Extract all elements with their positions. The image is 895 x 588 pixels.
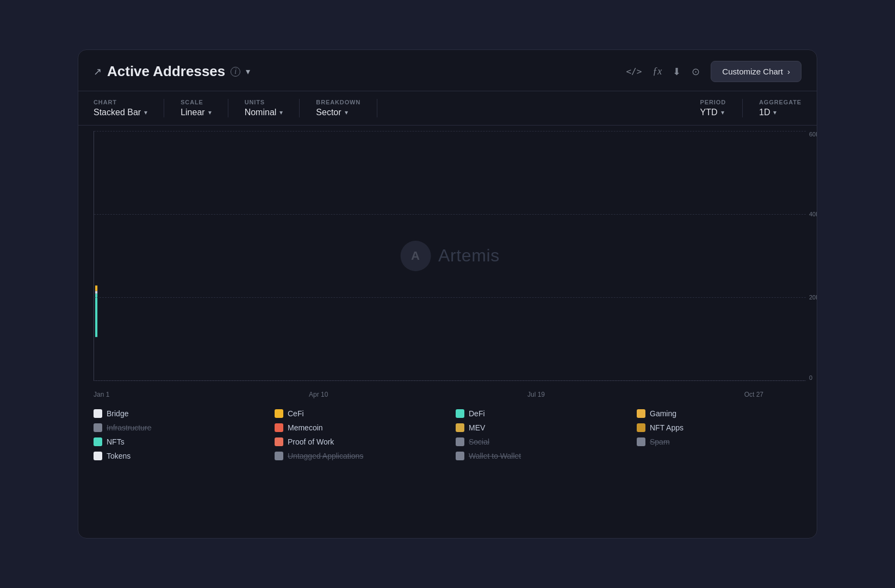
- aggregate-control: AGGREGATE 1D ▾: [759, 99, 801, 117]
- download-icon[interactable]: ⬇: [673, 66, 681, 78]
- legend-item: Spam: [637, 437, 801, 446]
- legend-swatch: [275, 452, 283, 460]
- legend-swatch: [456, 437, 464, 446]
- formula-icon[interactable]: ƒx: [652, 66, 662, 77]
- legend-label: NFT Apps: [650, 423, 683, 432]
- scale-label: SCALE: [181, 99, 211, 105]
- units-value[interactable]: Nominal ▾: [245, 108, 283, 117]
- legend-label: DeFi: [469, 409, 485, 418]
- aggregate-caret-icon: ▾: [773, 109, 776, 116]
- header-actions: </> ƒx ⬇ ⊙ Customize Chart ›: [626, 61, 801, 82]
- camera-icon[interactable]: ⊙: [692, 66, 700, 78]
- legend-label: CeFi: [288, 409, 304, 418]
- units-label: UNITS: [245, 99, 283, 105]
- customize-chart-button[interactable]: Customize Chart ›: [711, 61, 801, 82]
- scale-control: SCALE Linear ▾: [181, 99, 228, 117]
- x-label-jul: Jul 19: [527, 391, 545, 398]
- period-caret-icon: ▾: [721, 109, 724, 116]
- legend-swatch: [94, 437, 102, 446]
- legend-swatch: [637, 437, 645, 446]
- period-label: PERIOD: [700, 99, 726, 105]
- legend-item: NFT Apps: [637, 423, 801, 432]
- legend-item: CeFi: [275, 409, 439, 418]
- legend: BridgeCeFiDeFiGamingInfrastructureMemeco…: [78, 398, 817, 473]
- legend-swatch: [456, 452, 464, 460]
- legend-item: Bridge: [94, 409, 258, 418]
- legend-swatch: [275, 423, 283, 432]
- legend-swatch: [94, 423, 102, 432]
- legend-swatch: [94, 452, 102, 460]
- title-chevron-icon[interactable]: ▾: [246, 66, 250, 77]
- legend-label: Tokens: [107, 452, 130, 460]
- x-axis: Jan 1 Apr 10 Jul 19 Oct 27: [78, 386, 779, 398]
- aggregate-label: AGGREGATE: [759, 99, 801, 105]
- legend-item: DeFi: [456, 409, 620, 418]
- chart-card: ↗ Active Addresses i ▾ </> ƒx ⬇ ⊙ Custom…: [78, 49, 817, 539]
- code-icon[interactable]: </>: [626, 66, 642, 77]
- legend-swatch: [275, 409, 283, 418]
- legend-swatch: [456, 423, 464, 432]
- units-control: UNITS Nominal ▾: [245, 99, 300, 117]
- legend-label: MEV: [469, 423, 485, 432]
- legend-label: Social: [469, 437, 489, 446]
- y-label-40k: 40K: [806, 211, 817, 217]
- aggregate-value[interactable]: 1D ▾: [759, 108, 801, 117]
- legend-item: Social: [456, 437, 620, 446]
- legend-swatch: [94, 409, 102, 418]
- chart-area: A Artemis 60K 40K 20K 0: [94, 131, 806, 381]
- legend-label: Wallet to Wallet: [469, 452, 521, 460]
- chart-container: A Artemis: [94, 131, 806, 381]
- breakdown-label: BREAKDOWN: [316, 99, 361, 105]
- units-caret-icon: ▾: [279, 109, 283, 116]
- y-label-20k: 20K: [806, 294, 817, 301]
- y-label-0: 0: [806, 374, 812, 381]
- x-label-jan: Jan 1: [94, 391, 109, 398]
- period-value[interactable]: YTD ▾: [700, 108, 726, 117]
- chart-label: CHART: [94, 99, 147, 105]
- legend-item: Gaming: [637, 409, 801, 418]
- legend-item: Wallet to Wallet: [456, 452, 620, 460]
- legend-item: Proof of Work: [275, 437, 439, 446]
- legend-label: Infrastructure: [107, 423, 151, 432]
- page-title: Active Addresses: [107, 63, 225, 80]
- controls-bar: CHART Stacked Bar ▾ SCALE Linear ▾ UNITS…: [78, 91, 817, 126]
- chart-control: CHART Stacked Bar ▾: [94, 99, 164, 117]
- x-label-apr: Apr 10: [309, 391, 328, 398]
- scale-value[interactable]: Linear ▾: [181, 108, 211, 117]
- legend-label: NFTs: [107, 437, 125, 446]
- breakdown-control: BREAKDOWN Sector ▾: [316, 99, 377, 117]
- grid-line-0: [94, 380, 806, 381]
- legend-item: Tokens: [94, 452, 258, 460]
- y-label-60k: 60K: [806, 131, 817, 137]
- header: ↗ Active Addresses i ▾ </> ƒx ⬇ ⊙ Custom…: [78, 50, 817, 91]
- legend-swatch: [275, 437, 283, 446]
- chart-type-icon: ↗: [94, 66, 102, 78]
- legend-item: Infrastructure: [94, 423, 258, 432]
- legend-label: Gaming: [650, 409, 676, 418]
- legend-item: Untagged Applications: [275, 452, 439, 460]
- chart-caret-icon: ▾: [144, 109, 147, 116]
- breakdown-caret-icon: ▾: [345, 109, 348, 116]
- x-label-oct: Oct 27: [744, 391, 763, 398]
- scale-caret-icon: ▾: [208, 109, 212, 116]
- legend-item: Memecoin: [275, 423, 439, 432]
- legend-item: MEV: [456, 423, 620, 432]
- legend-swatch: [637, 423, 645, 432]
- legend-label: Bridge: [107, 409, 128, 418]
- legend-label: Spam: [650, 437, 670, 446]
- legend-label: Untagged Applications: [288, 452, 363, 460]
- legend-swatch: [456, 409, 464, 418]
- breakdown-value[interactable]: Sector ▾: [316, 108, 361, 117]
- chart-canvas: [94, 131, 806, 380]
- legend-label: Memecoin: [288, 423, 323, 432]
- legend-swatch: [637, 409, 645, 418]
- chart-value[interactable]: Stacked Bar ▾: [94, 108, 147, 117]
- legend-label: Proof of Work: [288, 437, 334, 446]
- info-icon[interactable]: i: [231, 67, 240, 77]
- title-group: ↗ Active Addresses i ▾: [94, 63, 250, 80]
- period-control: PERIOD YTD ▾: [700, 99, 743, 117]
- legend-item: NFTs: [94, 437, 258, 446]
- y-axis: 60K 40K 20K 0: [806, 131, 817, 381]
